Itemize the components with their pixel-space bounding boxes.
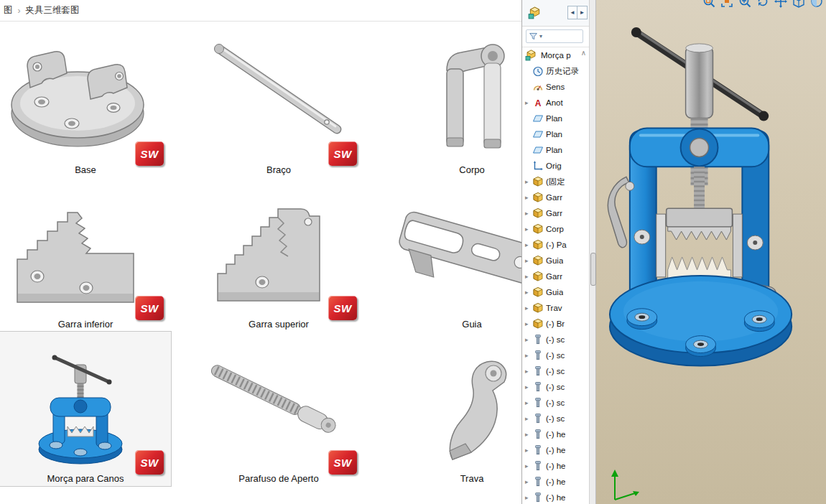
tree-item[interactable]: Plan: [522, 111, 589, 126]
gallery-item-label: Morça para Canos: [0, 473, 171, 484]
expand-arrow-icon[interactable]: ▸: [525, 399, 532, 406]
tree-item[interactable]: ▸AAnot: [522, 95, 589, 111]
tree-item[interactable]: ▸(-) he: [522, 426, 589, 442]
annotation-icon: A: [532, 97, 544, 108]
tree-item[interactable]: Sens: [522, 79, 589, 95]
tree-item[interactable]: ▸Corp: [522, 221, 589, 237]
filter-row: ▾: [522, 27, 589, 47]
panel-back-button[interactable]: ◄: [567, 6, 577, 19]
filter-input[interactable]: ▾: [526, 29, 583, 43]
gallery-item[interactable]: SW Parafuso de Aperto: [193, 332, 364, 486]
tree-item-label: (-) sc: [546, 383, 565, 391]
scroll-up-arrow[interactable]: ∧: [581, 49, 586, 57]
expand-arrow-icon[interactable]: ▸: [525, 241, 532, 248]
expand-arrow-icon[interactable]: ▸: [525, 289, 532, 296]
expand-arrow-icon[interactable]: ▸: [525, 415, 532, 422]
tree-item-label: Guia: [546, 256, 563, 265]
part-icon: [532, 318, 544, 330]
expand-arrow-icon[interactable]: ▸: [525, 494, 532, 501]
tree-item[interactable]: ▸(-) he: [522, 474, 589, 490]
gallery-item-label: Parafuso de Aperto: [193, 473, 364, 484]
tree-root-item[interactable]: Morça p ∧: [522, 47, 589, 63]
part-thumbnail-parafuso: [193, 332, 364, 470]
panel-splitter[interactable]: [589, 0, 596, 504]
tree-item[interactable]: Plan: [522, 142, 589, 158]
history-icon: [532, 65, 544, 77]
screw-icon: [532, 365, 544, 377]
tree-item-label: (-) sc: [546, 351, 565, 360]
gallery-item[interactable]: SW Braço: [193, 23, 364, 177]
tree-item-label: (-) sc: [546, 335, 565, 344]
filter-dropdown-arrow[interactable]: ▾: [539, 33, 542, 39]
tree-item[interactable]: ▸(-) sc: [522, 395, 589, 411]
tree-item[interactable]: ▸(-) he: [522, 490, 589, 504]
tree-item-label: Orig: [546, 162, 562, 170]
panel-splitter-handle[interactable]: [590, 253, 596, 286]
tree-item[interactable]: ▸(-) sc: [522, 411, 589, 426]
gallery-item-label: Braço: [193, 164, 364, 175]
tree-item[interactable]: ▸Garr: [522, 190, 589, 205]
tree-item[interactable]: Orig: [522, 158, 589, 174]
expand-arrow-icon[interactable]: ▸: [525, 210, 532, 217]
expand-arrow-icon[interactable]: ▸: [525, 225, 532, 233]
tree-item[interactable]: ▸Guia: [522, 253, 589, 269]
gallery-item[interactable]: SW Garra superior: [193, 177, 364, 332]
expand-arrow-icon[interactable]: ▸: [525, 99, 532, 106]
tree-item[interactable]: ▸(固定: [522, 174, 589, 190]
gallery-item[interactable]: SW Garra inferior: [0, 177, 171, 332]
expand-arrow-icon[interactable]: ▸: [525, 194, 532, 201]
viewport-3d[interactable]: [596, 0, 826, 504]
tree-item[interactable]: ▸(-) he: [522, 442, 589, 458]
tree-item[interactable]: ▸(-) sc: [522, 363, 589, 379]
part-icon: [532, 255, 544, 266]
expand-arrow-icon[interactable]: ▸: [525, 273, 532, 280]
tree-item-label: (-) he: [546, 430, 565, 439]
expand-arrow-icon[interactable]: ▸: [525, 352, 532, 359]
tree-item-label: (-) he: [546, 462, 565, 470]
gallery-item-label: Garra inferior: [0, 319, 171, 330]
part-icon: [532, 239, 544, 251]
screw-icon: [532, 476, 544, 487]
gallery-item[interactable]: SW Base: [0, 23, 171, 177]
tree-item[interactable]: ▸Garr: [522, 269, 589, 284]
tree-item[interactable]: ▸(-) sc: [522, 332, 589, 347]
expand-arrow-icon[interactable]: ▸: [525, 462, 532, 470]
tree-item-label: Sens: [546, 83, 565, 91]
tree-item[interactable]: ▸(-) he: [522, 458, 589, 474]
panel-forward-button[interactable]: ►: [577, 6, 588, 19]
screw-icon: [532, 397, 544, 409]
expand-arrow-icon[interactable]: ▸: [525, 431, 532, 438]
expand-arrow-icon[interactable]: ▸: [525, 178, 532, 185]
tree-item[interactable]: ▸(-) Pa: [522, 237, 589, 253]
tree-item[interactable]: ▸(-) sc: [522, 347, 589, 363]
tree-item[interactable]: Plan: [522, 126, 589, 142]
tree-item[interactable]: 历史记录: [522, 63, 589, 79]
tree-item[interactable]: ▸(-) sc: [522, 379, 589, 395]
plane-icon: [532, 129, 544, 140]
expand-arrow-icon[interactable]: ▸: [525, 478, 532, 485]
expand-arrow-icon[interactable]: ▸: [525, 368, 532, 375]
breadcrumb-title[interactable]: 夹具三维套图: [26, 4, 80, 17]
screw-icon: [532, 460, 544, 472]
tree-item-label: 历史记录: [546, 66, 579, 77]
panel-nav: ◄ ►: [567, 6, 588, 19]
tree-item[interactable]: ▸(-) Br: [522, 316, 589, 332]
gallery-item[interactable]: SW Morça para Canos: [0, 332, 171, 486]
breadcrumb-root[interactable]: 图: [4, 4, 13, 17]
tree-item[interactable]: ▸Guia: [522, 284, 589, 300]
expand-arrow-icon[interactable]: ▸: [525, 320, 532, 327]
tree-item[interactable]: ▸Trav: [522, 300, 589, 316]
expand-arrow-icon[interactable]: ▸: [525, 257, 532, 264]
tree-item-label: (固定: [546, 177, 565, 187]
part-thumbnail-morca: [0, 332, 171, 470]
feature-manager-panel: ◄ ► ▾ Morça p ∧ 历史记录Sens▸AAno: [522, 0, 589, 504]
expand-arrow-icon[interactable]: ▸: [525, 383, 532, 391]
tree-item[interactable]: ▸Garr: [522, 205, 589, 221]
part-icon: [532, 176, 544, 187]
breadcrumb: 图 › 夹具三维套图: [0, 0, 521, 22]
feature-manager-tab-icon[interactable]: [528, 6, 541, 19]
pipe-vise-model[interactable]: [596, 0, 826, 504]
expand-arrow-icon[interactable]: ▸: [525, 447, 532, 454]
expand-arrow-icon[interactable]: ▸: [525, 336, 532, 343]
expand-arrow-icon[interactable]: ▸: [525, 304, 532, 312]
